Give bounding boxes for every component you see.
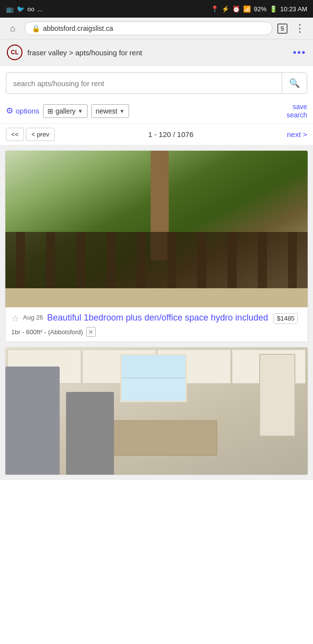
cast-icon: 📺 — [6, 5, 14, 13]
gear-icon: ⚙ — [6, 106, 13, 116]
listing-card-2: $1500 image 1 of 9 — [5, 347, 308, 475]
lock-icon: 🔒 — [32, 24, 40, 32]
listings-container: $1485 image 1 of 12 — [0, 145, 313, 481]
listing-meta: 1br - 600ft² - (Abbotsford) ✕ — [11, 327, 302, 337]
listing-date: Aug 26 — [23, 314, 43, 321]
cl-more-button[interactable]: ••• — [293, 47, 306, 58]
status-bar: 📺 🐦 oo ... 📍 ⚡ ⏰ 📶 92% 🔋 10:23 AM — [0, 0, 313, 18]
home-button[interactable]: ⌂ — [6, 22, 20, 35]
listing-price-inline: $1485 — [273, 313, 298, 324]
listing-remove-button[interactable]: ✕ — [86, 327, 96, 337]
favorite-icon[interactable]: ☆ — [11, 313, 19, 324]
listing-title-row: ☆ Aug 26 Beautiful 1bedroom plus den/off… — [11, 312, 302, 324]
search-button[interactable]: 🔍 — [282, 73, 307, 93]
options-label: options — [16, 107, 39, 115]
cl-header: CL fraser valley > apts/housing for rent… — [0, 40, 313, 66]
status-left-icons: 📺 🐦 oo ... — [6, 5, 43, 13]
page-nav-left: << < prev — [6, 128, 55, 141]
search-area: 🔍 — [0, 66, 313, 99]
save-search-button[interactable]: savesearch — [287, 103, 307, 119]
listing-photo-2[interactable] — [5, 347, 308, 475]
search-input[interactable] — [6, 74, 278, 92]
status-right-icons: 📍 ⚡ ⏰ 📶 92% 🔋 10:23 AM — [211, 5, 307, 13]
gallery-icon: ⊞ — [47, 107, 53, 115]
next-page-button[interactable]: next > — [287, 130, 307, 138]
listing-footer: ☆ Aug 26 Beautiful 1bedroom plus den/off… — [5, 307, 308, 342]
gallery-dropdown-icon: ▼ — [78, 108, 83, 114]
location-icon: 📍 — [211, 5, 219, 13]
toolbar: ⚙ options ⊞ gallery ▼ newest ▼ savesearc… — [0, 99, 313, 124]
options-button[interactable]: ⚙ options — [6, 106, 39, 116]
url-text: abbotsford.craigslist.ca — [43, 24, 265, 32]
twitter-icon: 🐦 — [17, 5, 24, 13]
prev-page-button[interactable]: < prev — [26, 128, 55, 141]
gallery-label: gallery — [55, 107, 75, 115]
more-icon: ... — [37, 5, 43, 13]
listing-image-area-2[interactable]: $1500 image 1 of 9 — [5, 347, 308, 475]
browser-menu-button[interactable]: ⋮ — [292, 22, 307, 35]
gallery-button[interactable]: ⊞ gallery ▼ — [43, 104, 87, 118]
listing-photo[interactable] — [5, 151, 308, 307]
cl-logo-area: CL fraser valley > apts/housing for rent — [7, 45, 142, 60]
first-page-button[interactable]: << — [6, 128, 24, 141]
bluetooth-icon: ⚡ — [222, 5, 229, 13]
listing-title-link[interactable]: Beautiful 1bedroom plus den/office space… — [47, 312, 298, 324]
page-info: 1 - 120 / 1076 — [148, 130, 194, 138]
listing-card: $1485 image 1 of 12 — [5, 150, 308, 343]
newest-label: newest — [96, 107, 117, 115]
pagination-bar: << < prev 1 - 120 / 1076 next > — [0, 124, 313, 145]
newest-dropdown-icon: ▼ — [119, 108, 125, 114]
newest-button[interactable]: newest ▼ — [91, 104, 129, 118]
clock: 10:23 AM — [280, 5, 307, 13]
listing-meta-text: 1br - 600ft² - (Abbotsford) — [11, 328, 83, 336]
alarm-icon: ⏰ — [232, 5, 240, 13]
battery-icon: 🔋 — [269, 5, 277, 13]
listing-image-area[interactable]: $1485 image 1 of 12 — [5, 151, 308, 307]
listing-title-text: Beautiful 1bedroom plus den/office space… — [47, 313, 268, 322]
voicemail-icon: oo — [27, 5, 34, 13]
search-row: 🔍 — [6, 72, 307, 94]
browser-bar: ⌂ 🔒 abbotsford.craigslist.ca 5 ⋮ — [0, 18, 313, 40]
cl-logo[interactable]: CL — [7, 45, 22, 60]
wifi-icon: 📶 — [243, 5, 251, 13]
battery-percent: 92% — [254, 5, 267, 13]
tab-count[interactable]: 5 — [277, 23, 288, 34]
url-bar[interactable]: 🔒 abbotsford.craigslist.ca — [24, 22, 272, 35]
cl-breadcrumb: fraser valley > apts/housing for rent — [27, 48, 142, 57]
